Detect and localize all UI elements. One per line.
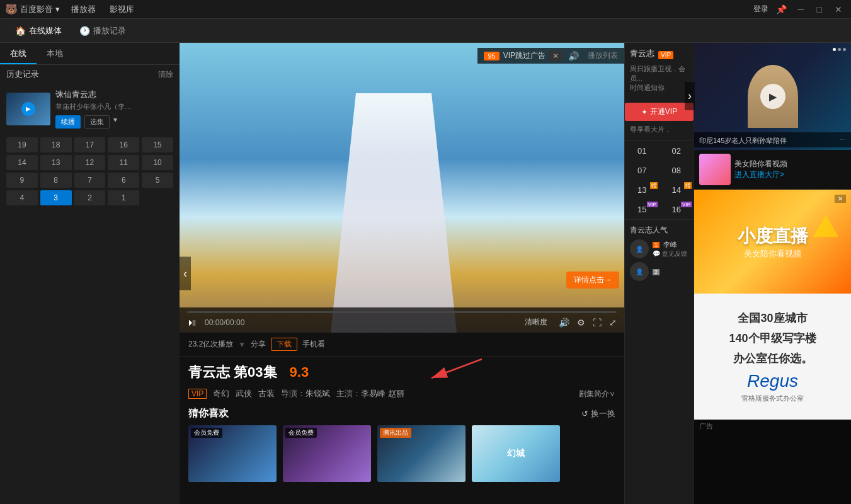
episode-intro-button[interactable]: 剧集简介∨ — [579, 389, 615, 399]
volume-icon[interactable]: 🔊 — [568, 51, 579, 61]
nav-library[interactable]: 影视库 — [103, 3, 140, 16]
clarity-button[interactable]: 清晰度 — [521, 316, 551, 329]
office-ad-banner[interactable]: 全国30座城市 140个甲级写字楼 办公室任你选。 Regus 雷格斯服务式办公… — [694, 294, 851, 420]
episode-3[interactable]: 3 — [40, 190, 72, 205]
episode-15[interactable]: 15 — [142, 137, 173, 152]
recommend-card-4[interactable]: 幻城 — [472, 425, 560, 482]
sidebar-tab-local[interactable]: 本地 — [37, 43, 73, 64]
ad-close-button[interactable]: ✕ — [549, 51, 562, 61]
mobile-watch-button[interactable]: 手机看 — [302, 339, 325, 350]
episode-4[interactable]: 4 — [6, 190, 38, 205]
tag-costume[interactable]: 古装 — [258, 388, 275, 399]
director-label: 导演：朱锐斌 — [281, 388, 330, 399]
episode-5[interactable]: 5 — [142, 173, 173, 188]
video-title-row: 青云志 第03集 9.3 — [180, 357, 624, 386]
episode-16[interactable]: 16 — [108, 137, 139, 152]
playlist-ep-16[interactable]: 16 VIP — [660, 200, 694, 219]
sidebar-tab-online[interactable]: 在线 — [0, 43, 37, 64]
continue-play-button[interactable]: 续播 — [55, 115, 81, 129]
director-name[interactable]: 朱锐斌 — [306, 389, 330, 398]
recommend-card-1[interactable]: 会员免费 — [188, 425, 277, 482]
playlist-ep-14[interactable]: 14 赠 — [660, 180, 694, 200]
close-button[interactable]: ✕ — [831, 3, 846, 16]
recommend-thumb-1: 会员免费 — [188, 425, 277, 482]
playlist-ep-13[interactable]: 13 赠 — [625, 180, 660, 200]
recommend-card-3[interactable]: 腾讯出品 — [377, 425, 465, 482]
playlist-link[interactable]: 播放列表 — [588, 50, 618, 61]
playlist-ep-15[interactable]: 15 VIP — [625, 200, 660, 219]
recommend-card-2[interactable]: 会员免费 — [283, 425, 371, 482]
play-overlay: ▶ — [21, 102, 35, 116]
video-player[interactable]: 95 VIP跳过广告 ✕ 🔊 播放列表 详情点击→ ⏯ 00:00/00:00 … — [180, 43, 624, 333]
select-episode-button[interactable]: 选集 — [84, 115, 110, 129]
download-button[interactable]: 下载 — [271, 338, 297, 351]
fullscreen-expand-icon[interactable]: ⤢ — [609, 318, 617, 328]
episode-19[interactable]: 19 — [6, 137, 38, 152]
playlist-ep-08[interactable]: 08 — [660, 161, 694, 180]
episode-10[interactable]: 10 — [142, 155, 173, 170]
app-dropdown-icon[interactable]: ▾ — [55, 4, 60, 14]
play-pause-button[interactable]: ⏯ — [187, 317, 197, 328]
ad-skip-label[interactable]: VIP跳过广告 — [503, 50, 545, 61]
history-info: 诛仙青云志 草庙村少年张小凡（李… 续播 选集 ▾ — [55, 89, 173, 129]
open-vip-button[interactable]: ✦ 开通VIP — [625, 103, 694, 121]
xiaodu-banner[interactable]: ✕ 小度直播 美女陪你看视频 — [694, 190, 851, 294]
episode-1[interactable]: 1 — [108, 190, 139, 205]
history-actions: 续播 选集 ▾ — [55, 115, 173, 129]
episode-11[interactable]: 11 — [108, 155, 139, 170]
vip-subtitle: 周日跟播卫视，会员... — [630, 64, 688, 83]
tag-fantasy[interactable]: 奇幻 — [213, 388, 229, 399]
live-promo-link[interactable]: 进入直播大厅> — [734, 169, 787, 180]
fullscreen-icon[interactable]: ⛶ — [593, 318, 602, 328]
minimize-button[interactable]: ─ — [794, 3, 808, 16]
ad-play-button[interactable]: ▶ — [760, 84, 785, 109]
episode-14[interactable]: 14 — [6, 155, 38, 170]
live-promo-text: 美女陪你看视频 进入直播大厅> — [734, 159, 787, 180]
episode-7[interactable]: 7 — [74, 173, 106, 188]
login-button[interactable]: 登录 — [753, 4, 768, 14]
xiaodu-close-icon[interactable]: ✕ — [835, 195, 846, 203]
settings-icon[interactable]: ⚙ — [577, 318, 585, 328]
refresh-icon: ↺ — [581, 409, 588, 418]
refresh-button[interactable]: ↺ 换一换 — [581, 408, 615, 420]
cast-names[interactable]: 李易峰 赵丽 — [361, 389, 404, 398]
ad-dot-2 — [838, 48, 841, 51]
clear-button[interactable]: 清除 — [158, 69, 173, 80]
nav-next-arrow[interactable]: › — [694, 82, 695, 110]
share-button[interactable]: 分享 — [251, 339, 266, 350]
episode-8[interactable]: 8 — [40, 173, 72, 188]
nav-prev-arrow[interactable]: ‹ — [180, 257, 191, 290]
episode-6[interactable]: 6 — [108, 173, 139, 188]
volume-control-icon[interactable]: 🔊 — [559, 318, 569, 328]
maximize-button[interactable]: □ — [813, 3, 826, 16]
pin-icon[interactable]: 📌 — [776, 4, 787, 14]
episode-9[interactable]: 9 — [6, 173, 38, 188]
ad-more-icon[interactable]: … — [840, 134, 846, 141]
popularity-avatar-2: 👤 — [630, 262, 649, 281]
tab-online-media[interactable]: 🏠 在线媒体 — [6, 21, 71, 40]
ad-video[interactable]: ▶ 印尼145岁老人只剩孙辈陪伴 … — [694, 43, 851, 150]
tab-history[interactable]: 🕐 播放记录 — [71, 21, 135, 40]
recommend-thumb-2: 会员免费 — [283, 425, 371, 482]
cast-label: 主演：李易峰 赵丽 — [336, 388, 404, 399]
vip-subtitle2: 时间通知你 — [630, 83, 688, 93]
app-logo[interactable]: 🐻 百度影音 ▾ — [5, 3, 60, 15]
episode-18[interactable]: 18 — [40, 137, 72, 152]
detail-click-button[interactable]: 详情点击→ — [566, 272, 619, 289]
playlist-ep-01[interactable]: 01 — [625, 141, 660, 161]
episode-13[interactable]: 13 — [40, 155, 72, 170]
playlist-ep-02[interactable]: 02 — [660, 141, 694, 161]
dropdown-arrow-icon[interactable]: ▾ — [113, 115, 117, 129]
progress-bar[interactable] — [187, 311, 617, 313]
nav-player[interactable]: 播放器 — [65, 3, 102, 16]
tag-wuxia[interactable]: 武侠 — [236, 388, 252, 399]
episode-12[interactable]: 12 — [74, 155, 106, 170]
tag-vip[interactable]: VIP — [188, 389, 207, 399]
episode-17[interactable]: 17 — [74, 137, 106, 152]
badge-tencent-1: 腾讯出品 — [380, 428, 411, 438]
ad-dot-1 — [833, 48, 836, 51]
playlist-ep-07[interactable]: 07 — [625, 161, 660, 180]
episode-2[interactable]: 2 — [74, 190, 106, 205]
comment-icon: 💬 — [653, 250, 660, 257]
feedback-text: 意见反馈 — [662, 249, 687, 258]
